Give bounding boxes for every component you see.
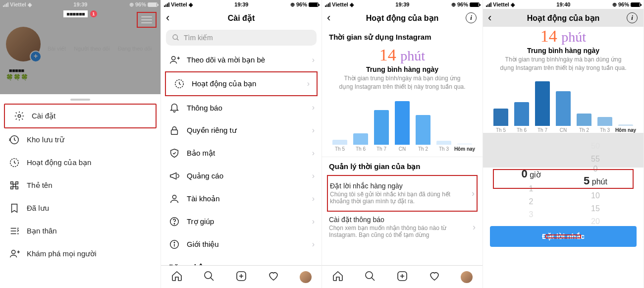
- bar[interactable]: CN: [394, 101, 411, 152]
- usage-chart: Th 5Th 6Th 7CNTh 2Th 3Hôm nay: [490, 78, 637, 133]
- svg-point-3: [13, 184, 16, 187]
- bar[interactable]: Th 6: [352, 133, 369, 152]
- sheet-item-discover[interactable]: Khám phá mọi người: [0, 242, 161, 265]
- tab-activity[interactable]: [429, 270, 440, 284]
- back-button[interactable]: ‹: [166, 11, 169, 24]
- nav-bar: ‹ Hoạt động của bạn i: [322, 9, 483, 27]
- back-button[interactable]: ‹: [327, 11, 330, 24]
- bar[interactable]: Th 7: [534, 81, 551, 133]
- tab-profile[interactable]: [461, 271, 473, 283]
- settings-item-account[interactable]: Tài khoản›: [161, 187, 322, 210]
- set-reminder-button[interactable]: Đặt lời nhắc: [490, 226, 637, 247]
- page-title: Cài đặt: [228, 13, 255, 23]
- row-desc: Chọn xem bạn muốn nhận thông báo nào từ …: [329, 225, 476, 238]
- label: Thông báo: [187, 104, 222, 112]
- settings-item-activity[interactable]: Hoạt động của bạn›: [165, 71, 318, 96]
- bar[interactable]: Th 3: [596, 117, 613, 133]
- info-icon[interactable]: i: [466, 12, 477, 23]
- sheet-item-gear[interactable]: Cài đặt: [4, 104, 157, 128]
- daily-average-desc: Thời gian trung bình/ngày mà bạn dùng ứn…: [329, 74, 476, 91]
- signal-icon: [325, 2, 330, 7]
- panel-profile: Viettel ◈ 19:39 ⊕96% ■■■■■■ 1 151Bài viế…: [0, 0, 161, 288]
- profile-stats: 151Bài viết399Người theo dõi103Đang theo…: [48, 37, 152, 52]
- profile-avatar[interactable]: [6, 27, 41, 61]
- sheet-handle[interactable]: [70, 99, 90, 101]
- tab-search[interactable]: [364, 270, 376, 284]
- carrier-label: Viettel: [10, 1, 26, 7]
- panel-settings: Viettel ◈ 19:39 ⊕96% ‹ Cài đặt Tìm kiếm …: [161, 0, 322, 288]
- label: Khám phá mọi người: [27, 249, 97, 258]
- bar[interactable]: CN: [555, 91, 572, 133]
- svg-point-12: [173, 35, 177, 39]
- bar[interactable]: Th 2: [415, 115, 431, 152]
- chevron-right-icon: ›: [312, 103, 315, 112]
- svg-point-0: [18, 115, 21, 117]
- stat[interactable]: 103Đang theo dõi: [118, 37, 152, 52]
- battery-icon: [309, 2, 319, 7]
- sheet-item-activity[interactable]: Hoạt động của bạn: [0, 151, 161, 174]
- signal-icon: [3, 2, 8, 7]
- status-bar: Viettel ◈ 19:39 ⊕96%: [161, 0, 322, 9]
- tab-add[interactable]: [396, 270, 408, 284]
- bar[interactable]: Th 7: [373, 110, 390, 152]
- tab-home[interactable]: [171, 270, 183, 284]
- menu-button[interactable]: [137, 12, 157, 28]
- signal-icon: [164, 2, 169, 7]
- settings-item-shield[interactable]: Bảo mật›: [161, 142, 322, 165]
- row-notification-settings[interactable]: Cài đặt thông báo Chọn xem bạn muốn nhận…: [329, 212, 476, 242]
- tab-search[interactable]: [203, 270, 215, 284]
- settings-item-help[interactable]: Trợ giúp›: [161, 210, 322, 233]
- sheet-item-archive[interactable]: Kho lưu trữ: [0, 128, 161, 151]
- bar[interactable]: Th 2: [576, 114, 592, 133]
- bar[interactable]: Th 5: [331, 140, 348, 152]
- panel-set-reminder: Viettel ◈ 19:40 ⊕96% ‹ Hoạt động của bạn…: [483, 0, 644, 288]
- bar[interactable]: Th 5: [492, 109, 509, 133]
- hamburger-icon: [141, 16, 152, 23]
- label: Quảng cáo: [187, 172, 223, 180]
- bar[interactable]: Th 3: [435, 141, 452, 152]
- search-field[interactable]: Tìm kiếm: [166, 30, 317, 46]
- stat[interactable]: 399Người theo dõi: [74, 37, 110, 52]
- row-set-daily-reminder[interactable]: Đặt lời nhắc hàng ngày Chúng tôi sẽ gửi …: [330, 178, 475, 209]
- battery-pct: 96%: [618, 1, 629, 7]
- label: Bạn thân: [27, 227, 57, 235]
- notification-badge: 1: [90, 10, 97, 17]
- settings-item-megaphone[interactable]: Quảng cáo›: [161, 165, 322, 187]
- daily-average-label: Trung bình hàng ngày: [490, 47, 637, 55]
- tab-bar: [322, 265, 483, 288]
- row-title: Cài đặt thông báo: [329, 216, 476, 224]
- back-button[interactable]: ‹: [488, 11, 491, 24]
- row-desc: Chúng tôi sẽ gửi lời nhắc khi bạn đã dùn…: [330, 191, 475, 205]
- tab-add[interactable]: [235, 270, 247, 284]
- settings-item-lock[interactable]: Quyền riêng tư›: [161, 119, 322, 142]
- label: Hoạt động của bạn: [192, 79, 256, 88]
- label: Thẻ tên: [27, 181, 53, 190]
- bar[interactable]: Th 6: [513, 102, 530, 133]
- section-heading: Thời gian sử dụng Instagram: [329, 33, 476, 42]
- battery-icon: [148, 2, 158, 7]
- info-icon[interactable]: i: [627, 12, 638, 23]
- bar[interactable]: Hôm nay: [456, 143, 473, 152]
- picker-minutes[interactable]: 50 55 0 5 phút 10 15 20: [576, 142, 615, 216]
- sheet-item-bookmark[interactable]: Đã lưu: [0, 197, 161, 220]
- label: Trợ giúp: [187, 217, 214, 226]
- time-picker[interactable]: 0 giờ 1 2 3 50 55 0 5 phút 10 15 20: [483, 142, 644, 216]
- tab-activity[interactable]: [268, 270, 279, 284]
- bar[interactable]: Hôm nay: [617, 124, 634, 133]
- tab-profile[interactable]: [300, 271, 312, 283]
- svg-point-19: [172, 195, 176, 199]
- chevron-right-icon: ›: [473, 222, 476, 232]
- sheet-item-nametag[interactable]: Thẻ tên: [0, 174, 161, 197]
- settings-item-info[interactable]: Giới thiệu›: [161, 233, 322, 256]
- stat[interactable]: 151Bài viết: [48, 37, 66, 52]
- svg-point-24: [174, 242, 174, 243]
- tab-home[interactable]: [332, 270, 344, 284]
- settings-item-follow[interactable]: Theo dõi và mời bạn bè›: [161, 49, 322, 71]
- usage-chart[interactable]: Th 5Th 6Th 7CNTh 2Th 3Hôm nay: [329, 97, 476, 152]
- battery-pct: 96%: [296, 1, 307, 7]
- settings-item-bell[interactable]: Thông báo›: [161, 96, 322, 119]
- search-placeholder: Tìm kiếm: [184, 34, 213, 42]
- sheet-item-closefriends[interactable]: Bạn thân: [0, 220, 161, 242]
- chevron-right-icon: ›: [312, 194, 315, 203]
- picker-hours[interactable]: 0 giờ 1 2 3: [511, 142, 551, 216]
